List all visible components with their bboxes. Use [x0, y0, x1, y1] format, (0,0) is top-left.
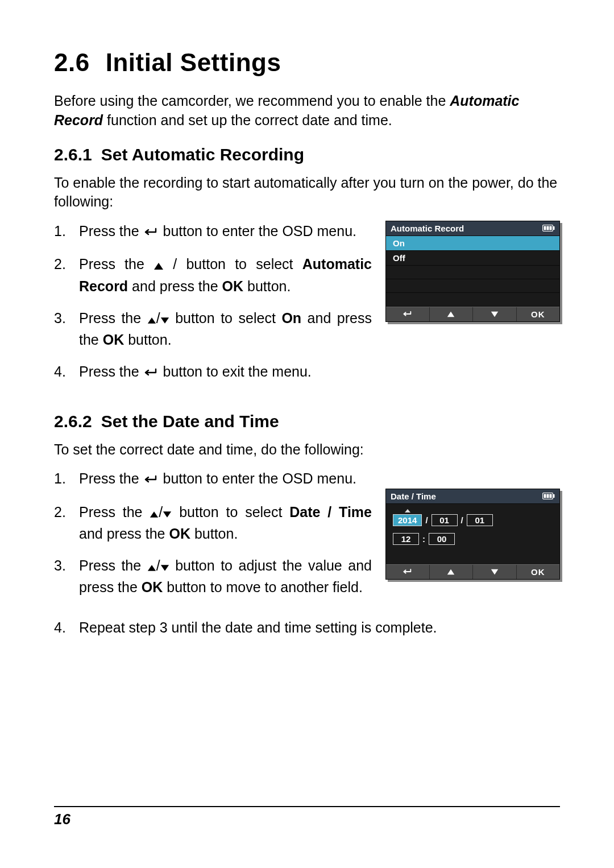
up-triangle-icon — [147, 309, 156, 329]
minute-field: 00 — [429, 533, 455, 545]
up-triangle-icon — [150, 503, 159, 523]
step-2-4: 4. Repeat step 3 until the date and time… — [54, 617, 560, 638]
down-triangle-icon — [160, 309, 169, 329]
month-field: 01 — [432, 514, 458, 526]
osd-down-icon — [473, 565, 517, 579]
svg-rect-8 — [547, 494, 549, 498]
osd-row-empty — [386, 293, 559, 307]
ok-glyph: OK — [222, 278, 244, 294]
return-icon — [143, 469, 159, 490]
ok-glyph: OK — [169, 526, 190, 542]
down-triangle-icon — [163, 503, 172, 523]
battery-icon — [542, 224, 555, 233]
osd-back-icon — [386, 565, 430, 579]
step-2-2: 2. Press the / button to select Date / T… — [54, 502, 372, 544]
return-icon — [143, 362, 159, 383]
osd-up-icon — [430, 307, 474, 321]
step-1-1: 1. Press the button to enter the OSD men… — [54, 221, 372, 242]
steps-list-2-continued: 4. Repeat step 3 until the date and time… — [54, 617, 560, 638]
intro-paragraph: Before using the camcorder, we recommend… — [54, 92, 560, 130]
battery-icon — [542, 491, 555, 501]
subsection-2-heading: 2.6.2Set the Date and Time — [54, 412, 560, 431]
return-icon — [143, 222, 159, 242]
osd-screenshot-date-time: Date / Time 2014 / 01 / 01 12 : 00 — [385, 489, 560, 580]
down-triangle-icon — [160, 556, 169, 577]
up-triangle-icon — [147, 556, 156, 577]
step-1-3: 3. Press the / button to select On and p… — [54, 308, 372, 350]
step-2-3: 3. Press the / button to adjust the valu… — [54, 555, 372, 598]
osd-back-icon — [386, 307, 430, 321]
osd-down-icon — [473, 307, 517, 321]
subsection-2-lead: To set the correct date and time, do the… — [54, 440, 560, 460]
ok-glyph: OK — [142, 579, 163, 595]
osd-button-bar: OK — [386, 307, 559, 321]
svg-rect-6 — [553, 494, 555, 498]
osd-ok-label: OK — [517, 307, 560, 321]
svg-rect-2 — [544, 226, 546, 230]
osd-button-bar: OK — [386, 564, 559, 579]
section-number: 2.6 — [54, 48, 90, 76]
osd-ok-label: OK — [517, 565, 560, 579]
osd-title: Automatic Record — [391, 224, 464, 233]
step-2-1: 1. Press the button to enter the OSD men… — [54, 468, 372, 490]
osd-title: Date / Time — [391, 491, 436, 501]
svg-rect-3 — [547, 226, 549, 230]
day-field: 01 — [467, 514, 493, 526]
year-field: 2014 — [393, 514, 422, 526]
svg-rect-1 — [553, 226, 555, 230]
subsection-1-lead: To enable the recording to start automat… — [54, 173, 560, 212]
up-triangle-icon — [154, 255, 164, 275]
page-footer: 16 — [54, 806, 560, 828]
svg-rect-4 — [550, 226, 552, 230]
svg-rect-9 — [550, 494, 552, 498]
step-1-2: 2. Press the / button to select Automati… — [54, 254, 372, 296]
osd-screenshot-automatic-record: Automatic Record On Off OK — [385, 221, 560, 322]
steps-list-2: 1. Press the button to enter the OSD men… — [54, 468, 372, 609]
osd-row-empty — [386, 266, 559, 279]
step-1-4: 4. Press the button to exit the menu. — [54, 361, 372, 383]
ok-glyph: OK — [103, 332, 125, 348]
section-heading: 2.6Initial Settings — [54, 48, 560, 77]
osd-row-off: Off — [386, 251, 559, 266]
hour-field: 12 — [393, 533, 419, 545]
steps-list-1: 1. Press the button to enter the OSD men… — [54, 221, 372, 395]
osd-up-icon — [430, 565, 474, 579]
section-title-text: Initial Settings — [106, 48, 281, 76]
page-number: 16 — [54, 811, 70, 828]
subsection-1-heading: 2.6.1Set Automatic Recording — [54, 145, 560, 164]
osd-row-on: On — [386, 236, 559, 251]
osd-row-empty — [386, 279, 559, 293]
svg-rect-7 — [544, 494, 546, 498]
